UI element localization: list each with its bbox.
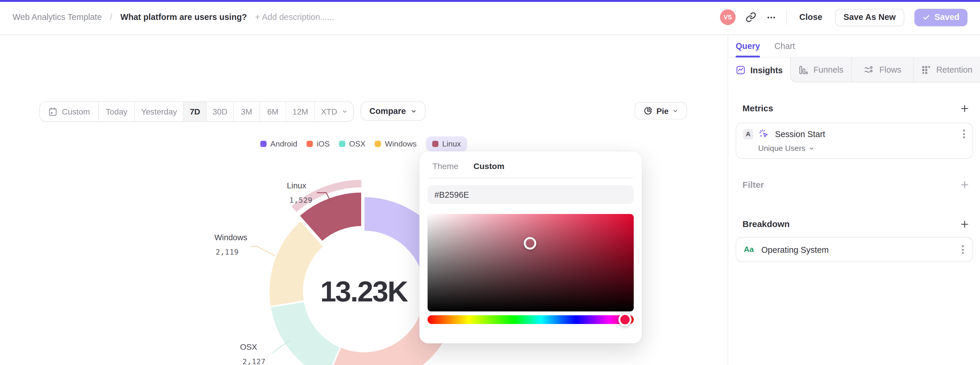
legend-item-android[interactable]: Android (260, 139, 297, 148)
flows-icon (864, 64, 874, 75)
share-link-button[interactable] (746, 12, 756, 22)
metric-card[interactable]: A Session Start Unique Users (736, 123, 973, 159)
saved-button[interactable]: Saved (915, 8, 967, 26)
saturation-value-area[interactable] (427, 214, 634, 311)
funnels-icon (799, 65, 808, 75)
range-yesterday[interactable]: Yesterday (135, 102, 184, 121)
legend-swatch (339, 140, 345, 147)
range-3m[interactable]: 3M (234, 102, 260, 121)
donut-center-total: 13.23K (320, 274, 407, 308)
legend-item-ios[interactable]: iOS (307, 139, 330, 148)
range-12m[interactable]: 12M (286, 102, 315, 121)
breadcrumb-separator: / (110, 13, 112, 22)
filter-section-header: Filter (728, 179, 980, 191)
pie-slice-osx[interactable] (270, 301, 340, 365)
hue-slider-handle[interactable] (619, 313, 632, 326)
metric-row: A Session Start (743, 128, 966, 139)
breakdown-section-header: Breakdown (728, 218, 980, 230)
tab-label: Flows (879, 65, 901, 74)
chevron-down-icon (808, 145, 814, 151)
topbar: Web Analytics Template / What platform a… (0, 0, 980, 35)
close-button[interactable]: Close (797, 13, 825, 22)
range-xtd[interactable]: XTD (315, 102, 353, 121)
color-picker-tabs: Theme Custom (433, 159, 504, 172)
save-as-new-button[interactable]: Save As New (835, 8, 904, 26)
breadcrumb-root[interactable]: Web Analytics Template (13, 13, 102, 22)
link-icon (746, 12, 756, 22)
ellipsis-icon (766, 12, 776, 22)
more-options-button[interactable] (766, 12, 776, 22)
metric-menu-button[interactable] (962, 128, 966, 139)
range-custom[interactable]: Custom (40, 102, 99, 121)
series-badge: A (743, 129, 753, 139)
plus-icon (959, 179, 970, 190)
chevron-down-icon (672, 108, 678, 113)
breakdown-property-name: Operating System (761, 245, 829, 254)
tab-flows[interactable]: Flows (851, 57, 913, 82)
compare-label: Compare (369, 106, 406, 116)
tab-funnels[interactable]: Funnels (790, 57, 851, 82)
legend-label: Android (270, 139, 298, 148)
legend-swatch (432, 140, 439, 147)
chevron-down-icon (342, 109, 347, 115)
legend-swatch (307, 140, 313, 147)
tab-query[interactable]: Query (736, 35, 760, 57)
avatar[interactable]: VS (720, 10, 736, 25)
analysis-mode-tabs: Insights Funnels Flows (728, 57, 980, 82)
tab-retention[interactable]: Retention (913, 57, 980, 82)
divider (786, 10, 787, 25)
slice-label-linux: Linux 1,529 (287, 181, 313, 204)
range-today[interactable]: Today (99, 102, 135, 121)
hue-slider[interactable] (427, 315, 634, 324)
chevron-down-icon (410, 108, 417, 114)
add-breakdown-button[interactable] (959, 218, 970, 229)
add-filter-button[interactable] (959, 179, 970, 190)
filter-heading: Filter (743, 180, 764, 190)
range-7d[interactable]: 7D (184, 102, 207, 121)
topbar-actions: VS Close Save As New Saved (720, 8, 968, 26)
slice-label-osx: OSX 2,127 (240, 342, 266, 365)
tab-label: Retention (936, 65, 972, 74)
tab-insights[interactable]: Insights (728, 57, 790, 82)
range-6m[interactable]: 6M (260, 102, 286, 121)
sidebar-tabs: Query Chart (728, 35, 980, 58)
chart-type-label: Pie (656, 106, 668, 115)
legend-label: OSX (349, 139, 365, 148)
metrics-heading: Metrics (743, 103, 773, 113)
chart-canvas: CustomTodayYesterday7D30D3M6M12MXTD Comp… (0, 35, 727, 365)
slice-label-name: Windows (214, 233, 247, 242)
breakdown-menu-button[interactable] (961, 244, 965, 255)
legend-item-windows[interactable]: Windows (375, 139, 417, 148)
chart-type-button[interactable]: Pie (634, 102, 687, 120)
metric-aggregation[interactable]: Unique Users (758, 144, 815, 153)
calendar-icon (48, 107, 58, 116)
hex-color-input[interactable] (427, 185, 634, 204)
compare-button[interactable]: Compare (361, 101, 425, 121)
tab-chart[interactable]: Chart (775, 35, 795, 57)
check-icon (923, 13, 930, 21)
tab-theme[interactable]: Theme (433, 159, 459, 172)
color-cursor[interactable] (523, 237, 536, 250)
breakdown-card[interactable]: Aa Operating System (736, 237, 973, 262)
plus-icon (959, 218, 970, 229)
slice-label-name: OSX (240, 342, 266, 352)
color-picker-popup: Theme Custom (420, 151, 642, 344)
slice-label-value: 2,127 (242, 357, 266, 365)
breadcrumb: Web Analytics Template / What platform a… (13, 13, 334, 22)
aggregation-label: Unique Users (758, 144, 805, 153)
app: Web Analytics Template / What platform a… (0, 0, 980, 365)
range-30d[interactable]: 30D (207, 102, 234, 121)
tab-custom[interactable]: Custom (473, 159, 504, 172)
slice-label-value: 1,529 (290, 196, 313, 204)
legend-swatch (375, 140, 381, 147)
insights-chart-icon (735, 65, 745, 75)
property-type-icon: Aa (744, 245, 754, 254)
add-description-button[interactable]: + Add description...... (255, 13, 334, 22)
legend-item-linux[interactable]: Linux (426, 136, 467, 151)
add-metric-button[interactable] (959, 103, 970, 113)
slice-label-value: 2,119 (216, 248, 247, 257)
legend-item-osx[interactable]: OSX (339, 139, 366, 148)
leader-line-windows (250, 246, 275, 256)
page-title[interactable]: What platform are users using? (120, 13, 247, 22)
slice-label-name: Linux (287, 181, 313, 190)
